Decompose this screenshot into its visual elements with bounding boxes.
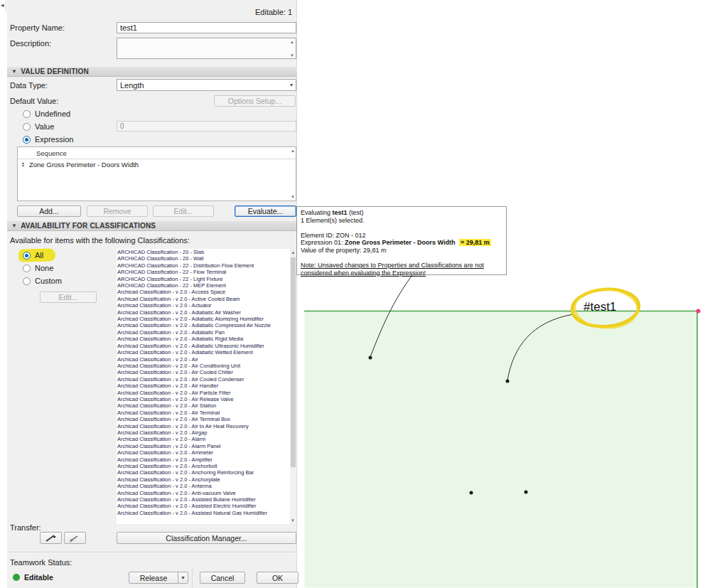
zone-corner-handle[interactable]: [696, 309, 701, 314]
classification-item[interactable]: Archicad Classification - v 2.0 - Adiaba…: [117, 309, 286, 316]
panel-collapse-arrow-icon[interactable]: ◂: [1, 1, 4, 9]
description-input[interactable]: [117, 38, 296, 59]
classification-item[interactable]: Archicad Classification - v 2.0 - Antenn…: [117, 483, 286, 489]
radio-label: Undefined: [35, 109, 70, 118]
radio-value[interactable]: Value: [23, 122, 54, 131]
classification-item[interactable]: Archicad Classification - v 2.0 - Air St…: [117, 402, 286, 409]
classification-item[interactable]: ARCHICAD Classification - 22 - MEP Eleme…: [117, 282, 286, 289]
expression-sequence-list[interactable]: Sequence ▲▼ Zone Gross Perimeter - Doors…: [17, 146, 296, 201]
classification-item[interactable]: Archicad Classification - v 2.0 - Assist…: [117, 503, 286, 509]
transfer-pickup-button[interactable]: [40, 532, 62, 544]
evaluate-button[interactable]: Evaluate...: [235, 205, 296, 217]
transfer-inject-button[interactable]: [64, 532, 86, 544]
classification-item[interactable]: Archicad Classification - v 2.0 - Adiaba…: [117, 343, 286, 349]
radio-circle: [23, 252, 31, 260]
collapse-triangle-icon: ▼: [11, 68, 17, 75]
sequence-scroll-down-icon[interactable]: ▼: [291, 195, 295, 199]
radio-label: Expression: [35, 135, 73, 144]
section-value-definition[interactable]: ▼ VALUE DEFINITION: [7, 66, 297, 77]
classification-item[interactable]: Archicad Classification - v 2.0 - Adiaba…: [117, 349, 286, 356]
zone-stamp-label[interactable]: #test1: [583, 300, 616, 314]
evaluating-name: test1: [333, 209, 348, 216]
classification-item[interactable]: Archicad Classification - v 2.0 - Alarm …: [117, 443, 286, 449]
radio-expression[interactable]: Expression: [23, 135, 73, 144]
classification-item[interactable]: Archicad Classification - v 2.0 - Anchor…: [117, 469, 286, 476]
classification-item[interactable]: Archicad Classification - v 2.0 - Anti-v…: [117, 490, 286, 496]
teamwork-status-label: Teamwork Status:: [10, 558, 72, 567]
classification-item[interactable]: Archicad Classification - v 2.0 - Air Co…: [117, 376, 286, 383]
classification-item[interactable]: Archicad Classification - v 2.0 - Assist…: [117, 510, 286, 516]
classification-item[interactable]: Archicad Classification - v 2.0 - Ammete…: [117, 449, 286, 456]
classifications-edit-button[interactable]: Edit...: [40, 292, 97, 303]
classification-item[interactable]: ARCHICAD Classification - 22 - Distribut…: [117, 262, 286, 269]
tooltip-line-evaluating: Evaluating test1 (test): [301, 209, 502, 217]
classification-item[interactable]: Archicad Classification - v 2.0 - Air Ha…: [117, 383, 286, 389]
classifications-list[interactable]: ARCHICAD Classification - 20 - SlabARCHI…: [117, 249, 296, 524]
classification-item[interactable]: Archicad Classification - v 2.0 - Assist…: [117, 496, 286, 503]
classification-item[interactable]: Archicad Classification - v 2.0 - Air Te…: [117, 410, 286, 416]
scrollbar-thumb[interactable]: [291, 257, 296, 467]
classification-item[interactable]: Archicad Classification - v 2.0 - Actuat…: [117, 302, 286, 309]
expression-name: Zone Gross Perimeter - Doors Width: [345, 239, 455, 246]
classification-item[interactable]: Archicad Classification - v 2.0 - Adiaba…: [117, 322, 286, 328]
radio-undefined[interactable]: Undefined: [23, 109, 70, 118]
description-scroll-up-icon[interactable]: ▲: [290, 40, 294, 44]
classification-item[interactable]: Archicad Classification - v 2.0 - Air to…: [117, 423, 286, 429]
data-type-dropdown[interactable]: Length ▾: [117, 79, 296, 91]
plan-node-dot[interactable]: [506, 380, 510, 383]
plan-node-dot[interactable]: [369, 356, 372, 360]
scroll-up-icon[interactable]: ▲: [290, 250, 296, 255]
sequence-scroll-up-icon[interactable]: ▲: [291, 149, 295, 153]
section-title: AVAILABILITY FOR CLASSIFICATIONS: [21, 222, 156, 230]
classification-item[interactable]: Archicad Classification - v 2.0 - Active…: [117, 296, 286, 302]
classification-item[interactable]: Archicad Classification - v 2.0 - Air Pa…: [117, 390, 286, 396]
plan-node-dot[interactable]: [525, 491, 528, 494]
radio-label: Value: [35, 122, 54, 131]
classification-item[interactable]: Archicad Classification - v 2.0 - Air Te…: [117, 416, 286, 422]
classification-item[interactable]: Archicad Classification - v 2.0 - Adiaba…: [117, 336, 286, 342]
tooltip-line-expression: Expression 01: Zone Gross Perimeter - Do…: [301, 239, 502, 247]
classification-item[interactable]: Archicad Classification - v 2.0 - Anchor…: [117, 476, 286, 483]
section-availability[interactable]: ▼ AVAILABILITY FOR CLASSIFICATIONS: [7, 220, 297, 231]
classification-item[interactable]: ARCHICAD Classification - 22 - Flow Term…: [117, 269, 286, 275]
classification-item[interactable]: Archicad Classification - v 2.0 - Access…: [117, 289, 286, 295]
description-scroll-down-icon[interactable]: ▼: [290, 53, 294, 58]
classification-item[interactable]: Archicad Classification - v 2.0 - Air Co…: [117, 363, 286, 369]
scroll-down-icon[interactable]: ▼: [291, 518, 295, 523]
drag-handle-icon[interactable]: ▲▼: [21, 161, 25, 168]
classification-item[interactable]: Archicad Classification - v 2.0 - Anchor…: [117, 463, 286, 469]
radio-custom[interactable]: Custom: [23, 277, 62, 285]
options-setup-button[interactable]: Options Setup...: [214, 95, 296, 107]
classification-item[interactable]: Archicad Classification - v 2.0 - Alarm: [117, 436, 286, 442]
classification-manager-button[interactable]: Classification Manager...: [117, 532, 296, 544]
property-name-input[interactable]: [117, 22, 296, 33]
collapse-triangle-icon: ▼: [11, 223, 17, 229]
classification-item[interactable]: ARCHICAD Classification - 20 - Wall: [117, 255, 286, 262]
classification-item[interactable]: Archicad Classification - v 2.0 - Amplif…: [117, 456, 286, 463]
classification-item[interactable]: Archicad Classification - v 2.0 - Adiaba…: [117, 329, 286, 336]
evaluating-suffix: (test): [349, 209, 364, 216]
classifications-scrollbar[interactable]: ▲ ▼: [290, 249, 296, 524]
classification-item[interactable]: Archicad Classification - v 2.0 - Air: [117, 356, 286, 363]
classification-item[interactable]: Archicad Classification - v 2.0 - Air Re…: [117, 396, 286, 402]
radio-none[interactable]: None: [23, 264, 53, 272]
editable-count-label: Editable: 1: [255, 8, 292, 16]
add-button[interactable]: Add...: [17, 205, 81, 217]
classification-item[interactable]: Archicad Classification - v 2.0 - Adiaba…: [117, 316, 286, 322]
classification-item[interactable]: ARCHICAD Classification - 20 - Slab: [117, 249, 286, 255]
zone-fill[interactable]: [305, 311, 698, 588]
radio-all[interactable]: All: [23, 251, 43, 260]
classification-item[interactable]: Archicad Classification - v 2.0 - Air Co…: [117, 369, 286, 375]
classification-item[interactable]: Archicad Classification - v 2.0 - Airgap: [117, 429, 286, 436]
classification-item[interactable]: ARCHICAD Classification - 22 - Light Fix…: [117, 276, 286, 282]
cancel-button[interactable]: Cancel: [200, 572, 245, 584]
evaluating-prefix: Evaluating: [301, 209, 330, 216]
sequence-header-row[interactable]: Sequence: [18, 147, 296, 159]
remove-button[interactable]: Remove: [87, 205, 148, 217]
plan-node-dot[interactable]: [470, 491, 473, 495]
edit-button[interactable]: Edit...: [153, 205, 214, 217]
ok-button[interactable]: OK: [257, 572, 298, 584]
release-button[interactable]: Release ▾: [129, 572, 188, 584]
release-dropdown-arrow-icon[interactable]: ▾: [178, 572, 188, 583]
sequence-row[interactable]: ▲▼ Zone Gross Perimeter - Doors Width: [18, 159, 296, 169]
